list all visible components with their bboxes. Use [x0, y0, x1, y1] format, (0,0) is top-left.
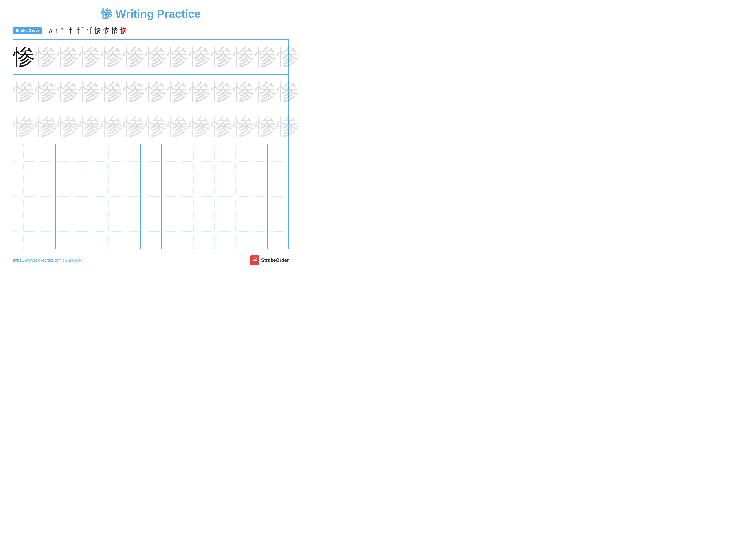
- grid-cell[interactable]: [14, 214, 35, 249]
- practice-char: 惨: [167, 81, 189, 103]
- grid-cell[interactable]: 惨: [35, 39, 57, 74]
- footer-url[interactable]: https://www.strokeorder.com/chinese/惨: [13, 258, 81, 263]
- grid-cell[interactable]: [204, 144, 225, 179]
- grid-cell[interactable]: 惨: [167, 110, 189, 144]
- grid-cell[interactable]: [225, 144, 246, 179]
- stroke-steps: · ∧ ↑ 忄 忄 忏 忏 惨 惨 惨 惨: [44, 26, 127, 35]
- grid-cell[interactable]: [77, 179, 98, 214]
- grid-cell[interactable]: [268, 179, 288, 214]
- grid-cell[interactable]: 惨: [35, 110, 57, 144]
- grid-cell[interactable]: [14, 179, 35, 214]
- grid-cell[interactable]: 惨: [255, 39, 277, 74]
- grid-cell[interactable]: [14, 144, 35, 179]
- practice-char: 惨: [101, 81, 123, 103]
- stroke-step-7: 忏: [86, 26, 93, 35]
- grid-cell[interactable]: 惨: [14, 110, 35, 144]
- grid-cell[interactable]: 惨: [101, 110, 123, 144]
- grid-cell[interactable]: 惨: [167, 75, 189, 109]
- grid-cell[interactable]: 惨: [57, 39, 79, 74]
- grid-cell[interactable]: 惨: [79, 75, 101, 109]
- grid-cell[interactable]: [98, 179, 119, 214]
- grid-cell[interactable]: [141, 144, 162, 179]
- grid-cell[interactable]: 惨: [35, 75, 57, 109]
- grid-cell[interactable]: [162, 179, 183, 214]
- grid-cell[interactable]: [56, 214, 77, 249]
- stroke-order-row: Stroke Order · ∧ ↑ 忄 忄 忏 忏 惨 惨 惨 惨: [13, 26, 289, 35]
- grid-cell[interactable]: 惨: [233, 39, 255, 74]
- grid-cell[interactable]: [162, 214, 183, 249]
- stroke-step-4: 忄: [60, 26, 67, 35]
- grid-cell[interactable]: 惨: [57, 75, 79, 109]
- grid-cell[interactable]: 惨: [255, 75, 277, 109]
- practice-char: 惨: [123, 46, 145, 68]
- grid-cell[interactable]: 惨: [101, 75, 123, 109]
- grid-cell[interactable]: [246, 214, 267, 249]
- grid-cell[interactable]: [162, 144, 183, 179]
- practice-char: 惨: [14, 46, 35, 68]
- grid-cell[interactable]: [35, 144, 56, 179]
- grid-cell[interactable]: [98, 144, 119, 179]
- stroke-order-badge: Stroke Order: [13, 27, 42, 34]
- grid-cell[interactable]: [35, 214, 56, 249]
- grid-cell[interactable]: [183, 179, 204, 214]
- practice-char: 惨: [189, 116, 211, 138]
- grid-cell[interactable]: 惨: [277, 75, 299, 109]
- grid-cell[interactable]: 惨: [123, 39, 145, 74]
- grid-cell[interactable]: 惨: [233, 110, 255, 144]
- practice-char: 惨: [233, 81, 255, 103]
- grid-cell[interactable]: 惨: [211, 110, 233, 144]
- grid-cell[interactable]: 惨: [255, 110, 277, 144]
- grid-cell[interactable]: 惨: [189, 110, 211, 144]
- grid-row-6: [14, 214, 288, 249]
- grid-cell[interactable]: 惨: [101, 39, 123, 74]
- grid-cell[interactable]: [35, 179, 56, 214]
- grid-cell[interactable]: [77, 214, 98, 249]
- stroke-step-2: ∧: [48, 27, 53, 35]
- grid-cell[interactable]: [120, 214, 141, 249]
- grid-cell[interactable]: 惨: [211, 75, 233, 109]
- grid-cell[interactable]: [183, 144, 204, 179]
- practice-char: 惨: [277, 46, 299, 68]
- grid-cell[interactable]: 惨: [277, 110, 299, 144]
- grid-cell[interactable]: 惨: [79, 110, 101, 144]
- grid-cell[interactable]: [120, 179, 141, 214]
- grid-cell[interactable]: [268, 144, 288, 179]
- grid-cell[interactable]: 惨: [145, 110, 167, 144]
- grid-cell[interactable]: [225, 179, 246, 214]
- practice-char: 惨: [35, 116, 57, 138]
- grid-cell[interactable]: 惨: [233, 75, 255, 109]
- grid-cell[interactable]: [141, 214, 162, 249]
- grid-cell[interactable]: [225, 214, 246, 249]
- grid-cell[interactable]: 惨: [145, 75, 167, 109]
- grid-cell[interactable]: 惨: [167, 39, 189, 74]
- grid-cell[interactable]: [98, 214, 119, 249]
- grid-cell[interactable]: 惨: [211, 39, 233, 74]
- grid-cell[interactable]: 惨: [79, 39, 101, 74]
- stroke-step-6: 忏: [77, 26, 84, 35]
- grid-cell[interactable]: [141, 179, 162, 214]
- grid-cell[interactable]: [183, 214, 204, 249]
- grid-cell[interactable]: [56, 179, 77, 214]
- grid-cell[interactable]: [268, 214, 288, 249]
- grid-cell[interactable]: [56, 144, 77, 179]
- stroke-step-3: ↑: [55, 27, 58, 35]
- grid-cell[interactable]: 惨: [14, 75, 35, 109]
- grid-cell[interactable]: 惨: [123, 110, 145, 144]
- grid-cell[interactable]: 惨: [57, 110, 79, 144]
- practice-char: 惨: [79, 81, 101, 103]
- grid-cell[interactable]: [246, 179, 267, 214]
- grid-cell[interactable]: [77, 144, 98, 179]
- grid-cell[interactable]: 惨: [14, 39, 35, 74]
- page-header: 惨 Writing Practice: [13, 7, 289, 21]
- kanji-char: 惨: [101, 8, 112, 20]
- practice-char: 惨: [233, 46, 255, 68]
- grid-cell[interactable]: [246, 144, 267, 179]
- grid-cell[interactable]: 惨: [277, 39, 299, 74]
- grid-cell[interactable]: 惨: [189, 39, 211, 74]
- grid-cell[interactable]: 惨: [145, 39, 167, 74]
- grid-cell[interactable]: [204, 179, 225, 214]
- grid-cell[interactable]: 惨: [123, 75, 145, 109]
- grid-cell[interactable]: 惨: [189, 75, 211, 109]
- grid-cell[interactable]: [120, 144, 141, 179]
- grid-cell[interactable]: [204, 214, 225, 249]
